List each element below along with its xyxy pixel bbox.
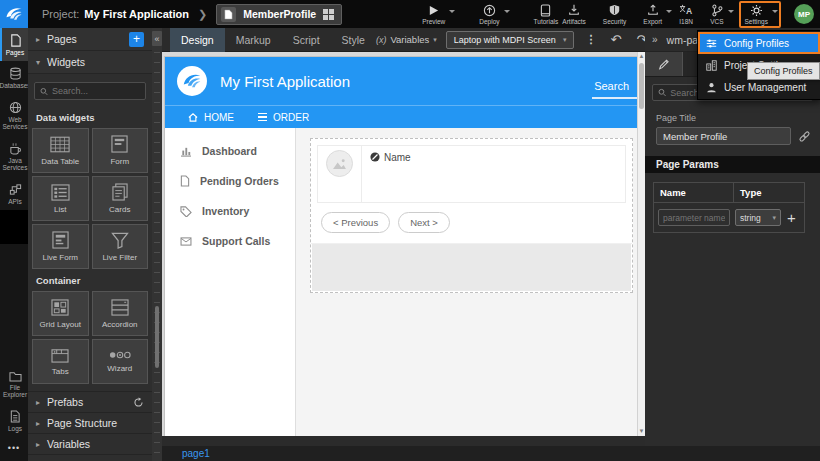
menu-item-config-profiles[interactable]: Config Profiles	[698, 32, 820, 54]
tabs-icon	[51, 347, 69, 363]
topbar-actions-right: Artifacts Security Export A I18N VCS	[560, 1, 814, 28]
page-tab-page1[interactable]: page1	[182, 448, 210, 459]
tab-style[interactable]: Style	[331, 28, 376, 52]
sidebar-item-databases[interactable]: Databases	[0, 61, 28, 94]
picture-icon	[332, 158, 347, 170]
sidebar-item-logs[interactable]: Logs	[0, 404, 28, 437]
nav-item-home[interactable]: HOME	[188, 112, 234, 123]
gear-icon	[750, 4, 763, 17]
sidebar-item-java-services[interactable]: Java Services	[0, 136, 28, 177]
grid-icon[interactable]	[323, 9, 334, 20]
widget-tile-cards[interactable]: Cards	[92, 176, 149, 221]
settings-button[interactable]: Settings	[743, 3, 771, 26]
caret-down-icon[interactable]	[449, 10, 455, 16]
variables-icon: (x)	[376, 35, 387, 45]
canvas-page[interactable]: My First Application Search HOME ORDER D…	[165, 57, 637, 436]
canvas-vertical-scrollbar[interactable]: ▲ ▼	[637, 52, 645, 436]
list-widget-container[interactable]: Name < Previous Next >	[310, 138, 633, 293]
edit-tab[interactable]	[645, 52, 683, 76]
wavemaker-logo[interactable]	[0, 0, 28, 28]
pages-section-header[interactable]: ▸ Pages +	[28, 28, 152, 51]
app-header: My First Application Search	[165, 57, 637, 105]
tab-script[interactable]: Script	[282, 28, 331, 52]
previous-button[interactable]: < Previous	[321, 212, 390, 233]
next-button[interactable]: Next >	[398, 212, 450, 233]
app-search-link[interactable]: Search	[592, 80, 637, 99]
caret-down-icon[interactable]	[504, 10, 510, 16]
tab-design[interactable]: Design	[170, 28, 225, 52]
grid-layout-icon	[51, 299, 69, 316]
widget-tile-accordion[interactable]: Accordion	[92, 291, 149, 336]
widget-tile-form[interactable]: Form	[92, 128, 149, 173]
tab-markup[interactable]: Markup	[225, 28, 282, 52]
expand-panel-button[interactable]: »	[652, 34, 658, 45]
widget-tile-live-filter[interactable]: Live Filter	[92, 224, 149, 269]
deploy-button[interactable]: Deploy	[477, 3, 501, 26]
section-prefabs[interactable]: ▸ Prefabs	[28, 392, 152, 413]
i18n-button[interactable]: A I18N	[677, 3, 695, 26]
search-icon	[40, 87, 48, 96]
section-page-structure[interactable]: ▸ Page Structure	[28, 413, 152, 434]
scroll-up-icon[interactable]: ▲	[638, 52, 645, 61]
variables-button[interactable]: (x) Variables ▾	[376, 34, 437, 45]
column-name: Name	[654, 183, 734, 202]
sidebar-item-pages[interactable]: Pages	[0, 28, 28, 61]
menu-item-pending-orders[interactable]: Pending Orders	[165, 166, 295, 196]
refresh-icon[interactable]	[133, 397, 144, 408]
widgets-section-header[interactable]: ▾ Widgets	[28, 51, 152, 74]
caret-down-icon[interactable]	[666, 10, 672, 16]
vertical-scroll-thumb[interactable]	[639, 63, 644, 109]
caret-down-icon[interactable]	[728, 10, 734, 16]
more-options-icon[interactable]: •••	[0, 437, 28, 461]
collapse-panel-button[interactable]: «	[152, 31, 162, 46]
bind-property-button[interactable]	[798, 130, 811, 143]
widget-tile-grid-layout[interactable]: Grid Layout	[32, 291, 89, 336]
undo-button[interactable]: ↶	[607, 33, 624, 46]
artifacts-button[interactable]: Artifacts	[560, 3, 587, 26]
menu-item-support-calls[interactable]: Support Calls	[165, 226, 295, 256]
security-button[interactable]: Security	[601, 3, 628, 26]
tutorials-button[interactable]: Tutorials	[532, 3, 561, 26]
user-icon	[706, 82, 717, 93]
widget-tile-live-form[interactable]: Live Form	[32, 224, 89, 269]
menu-item-dashboard[interactable]: Dashboard	[165, 136, 295, 166]
widget-search	[34, 82, 146, 100]
nav-item-order[interactable]: ORDER	[258, 112, 309, 123]
project-settings-icon	[706, 60, 717, 71]
sidebar-item-apis[interactable]: APIs	[0, 177, 28, 210]
device-selector[interactable]: Laptop with MDPI Screen ▾	[446, 31, 575, 49]
section-variables[interactable]: ▸ Variables	[28, 434, 152, 455]
page-title-input[interactable]	[656, 127, 791, 145]
pagination: < Previous Next >	[311, 203, 632, 244]
widget-search-input[interactable]	[52, 86, 140, 96]
page-params-header[interactable]: Page Params	[645, 156, 820, 173]
group-title-data-widgets: Data widgets	[28, 106, 152, 128]
preview-button[interactable]: Preview	[420, 3, 447, 26]
file-tab-label: MemberProfile	[243, 8, 316, 20]
design-canvas: My First Application Search HOME ORDER D…	[162, 52, 645, 436]
home-icon	[188, 113, 198, 122]
caret-down-icon[interactable]	[772, 10, 778, 16]
widget-tile-data-table[interactable]: Data Table	[32, 128, 89, 173]
more-actions-button[interactable]: ⋮	[583, 33, 598, 46]
scroll-down-icon[interactable]: ▼	[638, 427, 645, 436]
wave-icon	[4, 4, 24, 24]
export-button[interactable]: Export	[641, 3, 664, 26]
vcs-button[interactable]: VCS	[708, 3, 725, 26]
live-form-icon	[52, 231, 69, 249]
add-page-button[interactable]: +	[129, 32, 144, 47]
sidebar-item-file-explorer[interactable]: File Explorer	[0, 364, 28, 404]
widget-tile-wizard[interactable]: Wizard	[92, 339, 149, 384]
sidebar-item-web-services[interactable]: Web Services	[0, 95, 28, 136]
widget-tile-tabs[interactable]: Tabs	[32, 339, 89, 384]
member-card[interactable]: Name	[317, 145, 626, 203]
menu-item-inventory[interactable]: Inventory	[165, 196, 295, 226]
project-label: Project:	[42, 8, 79, 20]
ruler-scrollbar-thumb[interactable]	[155, 306, 159, 368]
widget-tile-list[interactable]: List	[32, 176, 89, 221]
param-type-select[interactable]: string ▾	[735, 209, 781, 226]
param-name-input[interactable]	[658, 209, 730, 226]
user-avatar[interactable]: MP	[794, 4, 814, 24]
file-tab-memberprofile[interactable]: MemberProfile	[216, 4, 342, 25]
add-param-button[interactable]: +	[787, 210, 796, 225]
